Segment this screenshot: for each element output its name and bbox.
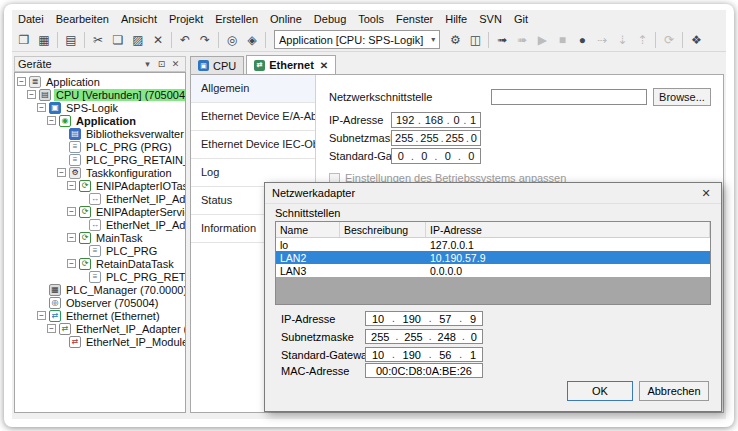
tree-task-icon: ⟳: [79, 180, 91, 192]
tree-prg-icon: ≡: [69, 141, 81, 153]
single-cycle-icon[interactable]: ⟳: [660, 31, 678, 49]
dialog-close-icon[interactable]: ✕: [698, 186, 714, 200]
menu-item-ansicht[interactable]: Ansicht: [115, 10, 163, 28]
menu-item-debug[interactable]: Debug: [308, 10, 352, 28]
delete-icon[interactable]: ✕: [149, 31, 167, 49]
tree-item[interactable]: ≡PLC_PRG_RETAIN_DATA (PRG): [15, 153, 185, 166]
interface-row-lan3[interactable]: LAN30.0.0.0: [276, 264, 710, 277]
menu-item-datei[interactable]: Datei: [12, 10, 50, 28]
ok-button[interactable]: OK: [567, 381, 633, 401]
menu-item-svn[interactable]: SVN: [473, 10, 508, 28]
menu-item-erstellen[interactable]: Erstellen: [209, 10, 264, 28]
dialog-title-bar[interactable]: Netzwerkadapter ✕: [265, 183, 721, 204]
build-icon[interactable]: ⚙: [446, 31, 464, 49]
tree-expander-icon[interactable]: −: [27, 90, 36, 99]
tree-item[interactable]: ≡PLC_PRG (PRG): [15, 140, 185, 153]
stop-icon[interactable]: ■: [553, 31, 571, 49]
tree-item[interactable]: −⚙Taskkonfiguration: [15, 166, 185, 179]
tree-item[interactable]: ≡PLC_PRG: [15, 244, 185, 257]
tab-cpu[interactable]: ▣CPU: [190, 56, 244, 74]
tree-expander-icon[interactable]: −: [37, 103, 46, 112]
cancel-button[interactable]: Abbrechen: [639, 381, 709, 401]
side-tab-allgemein[interactable]: Allgemein: [191, 75, 315, 103]
active-application-combo[interactable]: Application [CPU: SPS-Logik]▾: [274, 30, 440, 49]
tree-expander-icon[interactable]: −: [47, 324, 56, 333]
tree-item[interactable]: ≡PLC_PRG_RETAIN_DATA: [15, 270, 185, 283]
ip-octet: 57: [439, 313, 451, 325]
menu-item-fenster[interactable]: Fenster: [390, 10, 439, 28]
menu-item-tools[interactable]: Tools: [352, 10, 390, 28]
table-header-name: Name: [276, 222, 340, 237]
tree-item[interactable]: ⇄EtherNet_IP_Module (EtherNet/IP: [15, 335, 185, 348]
generate-code-icon[interactable]: ◫: [466, 31, 484, 49]
browse-button[interactable]: Browse...: [653, 88, 711, 106]
tree-expander-icon[interactable]: −: [37, 311, 46, 320]
tree-expander-icon[interactable]: −: [67, 233, 76, 242]
interface-row-lan2[interactable]: LAN210.190.57.9: [276, 251, 710, 264]
paste-icon[interactable]: ▨: [129, 31, 147, 49]
open-project-icon[interactable]: ❐: [15, 31, 33, 49]
tab-label: CPU: [213, 60, 236, 72]
toolbar-separator: [655, 32, 656, 48]
tab-ethernet[interactable]: ⇄Ethernet✕: [246, 55, 336, 74]
tree-item[interactable]: −▣SPS-Logik: [15, 101, 185, 114]
start-icon[interactable]: ▶: [533, 31, 551, 49]
tree-item[interactable]: −⇄EtherNet_IP_Adapter (EtherNet/IP Ad: [15, 322, 185, 335]
ip-octet: 192: [396, 114, 414, 126]
menu-item-hilfe[interactable]: Hilfe: [439, 10, 473, 28]
menu-item-bearbeiten[interactable]: Bearbeiten: [50, 10, 115, 28]
chevron-down-icon[interactable]: ▾: [141, 58, 154, 71]
tab-close-icon[interactable]: ✕: [320, 60, 328, 71]
pin-icon[interactable]: ⊡: [155, 58, 168, 71]
tree-item[interactable]: −⟳ENIPAdapterServiceTask: [15, 205, 185, 218]
tree-item[interactable]: −▤CPU [Verbunden] (705004): [15, 88, 185, 101]
menu-item-git[interactable]: Git: [508, 10, 534, 28]
logout-icon[interactable]: ➠: [513, 31, 531, 49]
tree-expander-icon[interactable]: −: [47, 116, 56, 125]
tree-item[interactable]: ◎Observer (705004): [15, 296, 185, 309]
side-tab-ethernet-device-e-a-abbild[interactable]: Ethernet Device E/A-Abbild: [191, 103, 315, 131]
print-icon[interactable]: ▤: [62, 31, 80, 49]
redo-icon[interactable]: ↷: [196, 31, 214, 49]
menu-item-online[interactable]: Online: [264, 10, 308, 28]
ip-address-field[interactable]: 192.168.0.1: [391, 112, 481, 128]
find-icon[interactable]: ◎: [223, 31, 241, 49]
side-tab-ethernet-device-iec-objekte[interactable]: Ethernet Device IEC-Objekte: [191, 131, 315, 159]
tree-item[interactable]: ▦PLC_Manager (70.0000): [15, 283, 185, 296]
close-icon[interactable]: ✕: [169, 58, 182, 71]
breakpoint-icon[interactable]: ●: [573, 31, 591, 49]
dialog-gateway-field: 10.190.56.1: [365, 347, 483, 362]
replace-icon[interactable]: ◈: [243, 31, 261, 49]
step-over-icon[interactable]: ⇢: [593, 31, 611, 49]
interface-name-cell: lo: [276, 239, 340, 251]
tree-expander-icon[interactable]: −: [67, 181, 76, 190]
network-interface-input[interactable]: [491, 89, 647, 105]
subnet-mask-field[interactable]: 255.255.255.0: [391, 130, 481, 146]
step-into-icon[interactable]: ⇣: [613, 31, 631, 49]
cut-icon[interactable]: ✂: [89, 31, 107, 49]
tree-expander-icon[interactable]: −: [67, 207, 76, 216]
tree-item[interactable]: −⟳MainTask: [15, 231, 185, 244]
tree-expander-icon[interactable]: −: [57, 168, 66, 177]
copy-icon[interactable]: ❏: [109, 31, 127, 49]
tree-item[interactable]: ↔EtherNet_IP_Adapter.Ser: [15, 218, 185, 231]
dialog-ip-label: IP-Adresse: [281, 313, 335, 325]
tree-expander-icon[interactable]: −: [67, 259, 76, 268]
window-layout-icon[interactable]: ❖: [687, 31, 705, 49]
tree-item[interactable]: −◉Application: [15, 114, 185, 127]
devices-panel-header: Geräte ▾⊡✕: [14, 56, 186, 72]
tree-item[interactable]: −⟳RetainDataTask: [15, 257, 185, 270]
step-out-icon[interactable]: ⇡: [633, 31, 651, 49]
tree-item[interactable]: −≣Application: [15, 75, 185, 88]
tree-item[interactable]: −⇄Ethernet (Ethernet): [15, 309, 185, 322]
tree-item[interactable]: −⟳ENIPAdapterIOTask: [15, 179, 185, 192]
save-project-icon[interactable]: ▦: [35, 31, 53, 49]
login-icon[interactable]: ➟: [493, 31, 511, 49]
menu-item-projekt[interactable]: Projekt: [163, 10, 209, 28]
tree-item[interactable]: ↔EtherNet_IP_Adapter.IOC: [15, 192, 185, 205]
tree-item[interactable]: ▤Bibliotheksverwalter: [15, 127, 185, 140]
default-gateway-field[interactable]: 0.0.0.0: [391, 148, 481, 164]
interface-row-lo[interactable]: lo127.0.0.1: [276, 238, 710, 251]
undo-icon[interactable]: ↶: [176, 31, 194, 49]
tree-expander-icon[interactable]: −: [17, 77, 26, 86]
